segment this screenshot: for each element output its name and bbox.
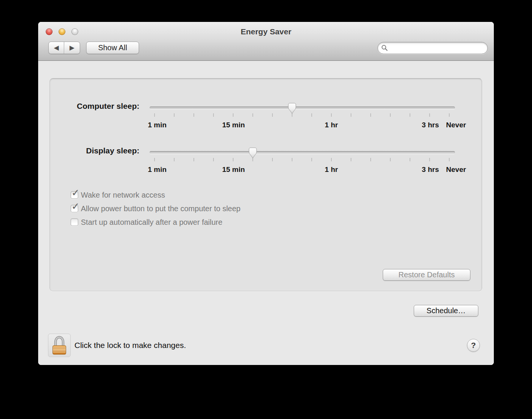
checkbox-label: Wake for network access [81,191,165,199]
computer-sleep-tick-marks [150,113,455,117]
computer-sleep-tick-labels: 1 min 15 min 1 hr 3 hrs Never [50,121,483,131]
display-sleep-slider-thumb[interactable] [249,147,257,159]
back-arrow-icon: ◀ [54,44,59,52]
checkmark-icon: ✓ [71,188,80,198]
window-title: Energy Saver [38,27,494,36]
padlock-closed-icon [51,336,68,355]
checkbox-row-startup-after-power-failure[interactable]: ✓ Start up automatically after a power f… [71,218,223,227]
show-all-button[interactable]: Show All [86,42,139,54]
display-sleep-label: Display sleep: [50,146,139,155]
title-bar: Energy Saver ◀ ▶ Show All [38,22,494,61]
show-all-label: Show All [98,43,127,52]
sleep-settings-group: Computer sleep: 1 min 15 min 1 hr 3 hrs … [49,78,482,291]
forward-button[interactable]: ▶ [64,42,80,54]
lock-button[interactable] [48,334,71,357]
tick-label: Never [446,165,466,174]
tick-label: 15 min [222,165,245,174]
schedule-button[interactable]: Schedule… [414,305,478,317]
schedule-label: Schedule… [427,306,466,315]
tick-label: 15 min [222,121,245,129]
lock-message: Click the lock to make changes. [74,334,186,357]
computer-sleep-slider-track[interactable] [150,107,455,109]
display-sleep-slider-track[interactable] [150,151,455,154]
computer-sleep-label: Computer sleep: [50,102,139,111]
help-button[interactable]: ? [467,339,480,352]
tick-label: 3 hrs [422,165,439,174]
history-nav-segmented-control: ◀ ▶ [48,42,80,54]
checkbox-label: Start up automatically after a power fai… [81,218,223,227]
display-sleep-tick-marks [150,158,455,161]
tick-label: 1 hr [325,121,338,129]
checkbox-row-power-button-sleep[interactable]: ✓ Allow power button to put the computer… [71,204,240,213]
energy-saver-window: Energy Saver ◀ ▶ Show All [38,22,494,365]
restore-defaults-button[interactable]: Restore Defaults [383,269,470,281]
search-field-wrap [377,42,488,54]
tick-label: 3 hrs [422,121,439,129]
tick-label: 1 hr [325,165,338,174]
checkbox-wake-for-network[interactable]: ✓ [71,191,78,199]
checkbox-row-wake-for-network[interactable]: ✓ Wake for network access [71,190,165,199]
preference-pane-content: Computer sleep: 1 min 15 min 1 hr 3 hrs … [38,61,494,365]
question-mark-icon: ? [471,341,476,350]
desktop: Energy Saver ◀ ▶ Show All [0,0,532,419]
restore-defaults-label: Restore Defaults [399,271,455,279]
tick-label: 1 min [148,165,167,174]
tick-label: Never [446,121,466,129]
computer-sleep-slider-thumb[interactable] [288,103,296,114]
forward-arrow-icon: ▶ [70,44,74,52]
checkbox-power-button-sleep[interactable]: ✓ [71,205,78,212]
checkmark-icon: ✓ [71,201,80,211]
search-input[interactable] [377,42,488,54]
checkbox-label: Allow power button to put the computer t… [81,204,240,213]
checkbox-startup-after-power-failure[interactable]: ✓ [71,218,78,226]
back-button[interactable]: ◀ [49,42,64,54]
display-sleep-tick-labels: 1 min 15 min 1 hr 3 hrs Never [50,165,483,175]
tick-label: 1 min [148,121,167,129]
